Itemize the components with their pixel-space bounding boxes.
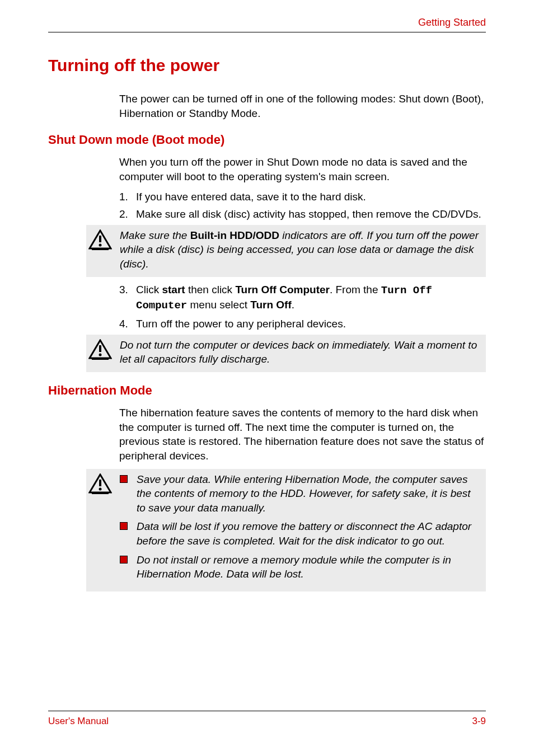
text-part: Click	[136, 284, 162, 295]
list-text: Click start then click Turn Off Computer…	[136, 283, 486, 313]
svg-rect-9	[99, 480, 101, 486]
caution-callout: Make sure the Built-in HDD/ODD indicator…	[86, 225, 486, 277]
list-text: If you have entered data, save it to the…	[136, 190, 366, 204]
caution-list: Save your data. While entering Hibernati…	[114, 472, 480, 586]
shut-down-list-1: 1. If you have entered data, save it to …	[119, 190, 486, 222]
svg-point-10	[99, 487, 102, 490]
callout-pre: Make sure the	[120, 229, 190, 241]
svg-point-6	[99, 353, 102, 356]
bullet-icon	[120, 522, 128, 530]
list-number: 1.	[119, 190, 136, 204]
hibernation-paragraph: The hibernation feature saves the conten…	[119, 406, 486, 463]
caution-icon	[86, 338, 114, 360]
list-item: 1. If you have entered data, save it to …	[119, 190, 486, 204]
text-part: . From the	[330, 284, 381, 295]
caution-list-item: Data will be lost if you remove the batt…	[120, 519, 480, 548]
list-item: 3. Click start then click Turn Off Compu…	[119, 283, 486, 313]
footer-left: User's Manual	[48, 716, 109, 727]
caution-icon	[86, 472, 114, 495]
list-number: 2.	[119, 207, 136, 222]
hibernation-heading: Hibernation Mode	[48, 383, 486, 398]
caution-text: Make sure the Built-in HDD/ODD indicator…	[114, 228, 480, 271]
text-part: .	[292, 299, 294, 311]
bullet-icon	[120, 475, 128, 483]
text-bold: start	[162, 284, 185, 295]
intro-paragraph: The power can be turned off in one of th…	[119, 92, 486, 120]
list-number: 4.	[119, 317, 136, 331]
caution-list-item: Do not install or remove a memory module…	[120, 553, 480, 581]
shut-down-paragraph: When you turn off the power in Shut Down…	[119, 155, 486, 184]
caution-text: Do not turn the computer or devices back…	[114, 338, 480, 367]
text-bold: Turn Off	[250, 299, 292, 311]
list-number: 3.	[119, 283, 136, 313]
bullet-icon	[120, 556, 128, 564]
main-heading: Turning off the power	[48, 56, 486, 75]
text-bold: Turn Off Computer	[235, 284, 330, 295]
shut-down-list-2: 3. Click start then click Turn Off Compu…	[119, 283, 486, 331]
footer-right: 3-9	[472, 716, 486, 727]
text-part: then click	[185, 284, 236, 295]
caution-item-text: Do not install or remove a memory module…	[137, 553, 480, 581]
svg-rect-1	[99, 236, 101, 242]
svg-rect-5	[99, 345, 101, 352]
list-item: 2. Make sure all disk (disc) activity ha…	[119, 207, 486, 222]
list-text: Make sure all disk (disc) activity has s…	[136, 207, 481, 222]
caution-callout: Do not turn the computer or devices back…	[86, 335, 486, 372]
shut-down-heading: Shut Down mode (Boot mode)	[48, 133, 486, 147]
caution-item-text: Data will be lost if you remove the batt…	[137, 519, 480, 548]
caution-list-item: Save your data. While entering Hibernati…	[120, 472, 480, 515]
svg-point-2	[99, 243, 102, 246]
list-item: 4. Turn off the power to any peripheral …	[119, 317, 486, 331]
list-text: Turn off the power to any peripheral dev…	[136, 317, 346, 331]
page-header: Getting Started	[48, 17, 486, 32]
callout-bold: Built-in HDD/ODD	[190, 229, 279, 241]
page-footer: User's Manual 3-9	[48, 711, 486, 727]
caution-item-text: Save your data. While entering Hibernati…	[137, 472, 480, 515]
caution-callout: Save your data. While entering Hibernati…	[86, 469, 486, 591]
text-part: menu select	[187, 299, 250, 311]
caution-icon	[86, 228, 114, 251]
header-section-name: Getting Started	[418, 17, 486, 28]
